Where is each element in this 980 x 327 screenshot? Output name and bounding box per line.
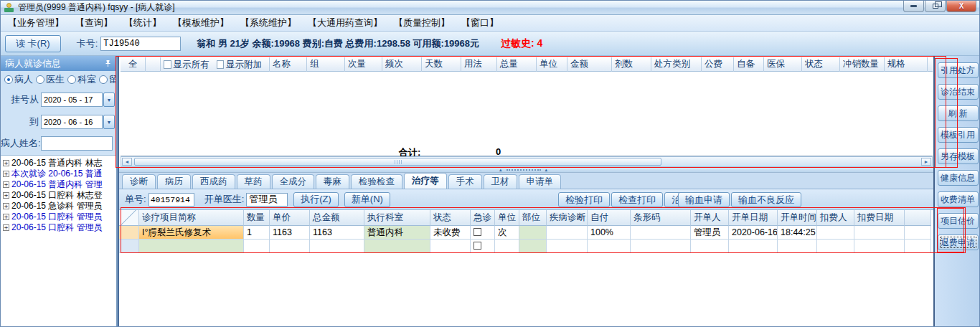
column-header[interactable]: 扣费人 [817,210,854,226]
visit-tree-item[interactable]: +20-06-15 急诊科 管理员 [1,201,116,212]
column-header[interactable]: 开单日期 [729,210,778,226]
column-header[interactable]: 条形码 [631,210,691,226]
column-header[interactable]: 冲销数量 [840,57,885,72]
column-header[interactable]: 总量 [497,57,537,72]
action-button[interactable]: 项目估价 [938,213,979,229]
visit-tree-item[interactable]: +本次就诊 20-06-15 普通 [1,169,116,179]
column-header[interactable]: 天数 [422,57,461,72]
action-button[interactable]: 刷 新 [938,105,979,121]
action-button[interactable]: 诊治结束 [938,84,979,100]
column-header[interactable]: 诊疗项目简称 [139,210,244,226]
scroll-right-icon[interactable]: ► [921,158,931,166]
blood-button[interactable]: 输血申请 [678,192,730,207]
cell-unit[interactable]: 次 [495,226,519,240]
column-header[interactable]: 处方类别 [651,57,702,72]
column-header[interactable]: 开单人 [691,210,729,226]
card-no-input[interactable] [100,37,181,51]
execute-button[interactable]: 执行(Z) [293,192,339,207]
urgent-checkbox[interactable] [473,228,481,236]
column-header[interactable]: 公费 [702,57,734,72]
expand-plus-icon[interactable]: + [3,203,9,209]
menu-item[interactable]: 【窗口】 [461,16,499,29]
tab[interactable]: 检验检查 [351,174,402,189]
date-to-field[interactable]: 2020 - 06 - 16 [41,115,103,129]
expand-plus-icon[interactable]: + [3,171,9,177]
close-button[interactable]: X [946,1,976,12]
cell-name[interactable] [139,240,244,253]
doctor-input[interactable] [246,193,288,207]
table-row[interactable] [119,240,933,253]
action-button[interactable]: 健康信息 [938,170,979,186]
column-header[interactable]: 自付 [588,210,631,226]
select-all-corner[interactable] [119,210,139,226]
filter-radio[interactable]: 医生 [36,73,65,86]
column-header[interactable]: 单价 [270,210,310,226]
date-from-dropdown[interactable]: ▼ [103,93,115,107]
tab[interactable]: 全成分 [272,174,315,189]
show-all-checkbox[interactable] [164,60,171,69]
menu-item[interactable]: 【查询】 [75,16,113,29]
tab[interactable]: 治疗等 [404,173,447,189]
show-extra-checkbox[interactable] [217,60,225,69]
cell-urgent[interactable] [471,240,495,253]
tab[interactable]: 手术 [448,174,482,189]
filter-radio[interactable]: 留 [99,73,118,86]
restore-button[interactable] [925,1,946,12]
cell-qty[interactable] [244,240,270,253]
expand-plus-icon[interactable]: + [3,224,9,231]
cell-amount[interactable]: 1163 [310,226,364,240]
tab[interactable]: 诊断 [122,174,156,189]
cell-price[interactable] [270,240,310,253]
row-indicator[interactable] [119,240,139,253]
cell-urgent[interactable] [471,226,495,240]
column-header[interactable]: 单位 [495,210,519,226]
minimize-button[interactable] [903,1,924,12]
tab[interactable]: 西成药 [192,174,235,189]
scrollbar-thumb[interactable] [134,158,661,166]
menu-item[interactable]: 【质量控制】 [394,16,450,29]
cell-site[interactable] [519,240,547,253]
column-header[interactable]: 执行科室 [364,210,430,226]
cell-qty[interactable]: 1 [244,226,270,240]
cell-price[interactable]: 1163 [270,226,310,240]
menu-item[interactable]: 【模板维护】 [173,16,229,29]
column-header[interactable]: 自备 [734,57,764,72]
table-row[interactable]: I°腭裂兰氏修复术 1 1163 1163 普通内科 未收费 次 100% 管理… [119,226,933,240]
action-button[interactable]: 引用处方 [938,62,979,78]
scroll-left-icon[interactable]: ◄ [122,158,132,166]
new-order-button[interactable]: 新单(N) [344,192,390,207]
prescription-table-body[interactable] [121,72,933,146]
column-header[interactable]: 急诊 [471,210,495,226]
visit-tree-item[interactable]: +20-06-15 口腔科 管理员 [1,222,116,233]
column-header[interactable]: 部位 [519,210,547,226]
column-header[interactable]: 扣费日期 [854,210,905,226]
visit-tree-item[interactable]: +20-06-15 普通内科 管理 [1,179,116,190]
column-header[interactable]: 名称 [270,57,307,72]
tab[interactable]: 毒麻 [316,174,349,189]
blood-button[interactable]: 输血不良反应 [731,192,801,207]
expand-plus-icon[interactable]: + [3,192,9,199]
read-card-button[interactable]: 读 卡(R) [5,35,61,52]
horizontal-scrollbar[interactable]: ◄ ► [121,156,933,167]
filter-radio[interactable]: 科室 [67,73,96,86]
visit-tree-item[interactable]: +20-06-15 普通内科 林志 [1,158,116,169]
expand-plus-icon[interactable]: + [3,181,9,188]
filter-radio[interactable]: 病人 [4,73,33,86]
tab[interactable]: 申请单 [519,174,562,189]
pin-icon[interactable] [104,60,112,67]
action-button[interactable]: 模板引用 [938,127,979,143]
cell-unit[interactable] [495,240,519,253]
expand-plus-icon[interactable]: + [3,214,9,220]
splitter-handle[interactable]: ▴▴ [499,167,547,173]
print-button[interactable]: 检查打印 [611,192,663,207]
column-header[interactable]: 用法 [461,57,497,72]
column-header[interactable]: 频次 [382,57,422,72]
column-header[interactable]: 规格 [885,57,928,72]
menu-item[interactable]: 【业务管理】 [8,16,64,29]
urgent-checkbox[interactable] [473,242,481,250]
tab[interactable]: 病历 [157,174,191,189]
print-button[interactable]: 检验打印 [558,192,610,207]
column-header[interactable]: 开单时间 [778,210,817,226]
cell-dept[interactable] [364,240,430,253]
allergy-history[interactable]: 过敏史: 4 [501,37,542,50]
